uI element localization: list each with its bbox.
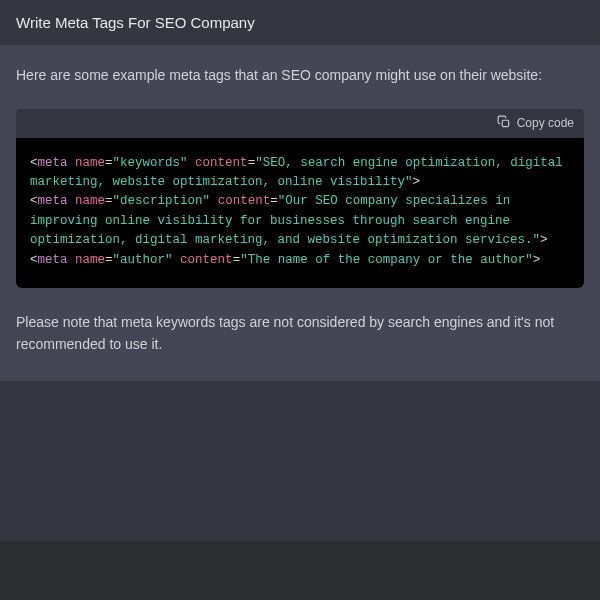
copy-code-label: Copy code [517, 116, 574, 130]
code-token: > [413, 175, 421, 189]
page-title: Write Meta Tags For SEO Company [16, 14, 584, 31]
code-token: "keywords" [113, 156, 188, 170]
code-token: < [30, 253, 38, 267]
code-token: content [218, 194, 271, 208]
code-token: = [105, 253, 113, 267]
code-token: = [105, 156, 113, 170]
code-token: name [75, 194, 105, 208]
message-block: Here are some example meta tags that an … [0, 45, 600, 381]
code-token: = [270, 194, 278, 208]
intro-text: Here are some example meta tags that an … [16, 65, 584, 87]
clipboard-icon [497, 115, 511, 132]
code-token: meta [38, 194, 68, 208]
copy-code-button[interactable]: Copy code [497, 115, 574, 132]
code-token: content [180, 253, 233, 267]
code-token: "The name of the company or the author" [240, 253, 533, 267]
code-token: > [540, 233, 548, 247]
code-token: > [533, 253, 541, 267]
code-token: name [75, 253, 105, 267]
code-token: "author" [113, 253, 173, 267]
code-token: name [75, 156, 105, 170]
code-body: <meta name="keywords" content="SEO, sear… [16, 138, 584, 288]
code-token: content [195, 156, 248, 170]
code-token: = [105, 194, 113, 208]
code-token: = [248, 156, 256, 170]
footer-area [0, 381, 600, 541]
code-token: "description" [113, 194, 211, 208]
code-block: Copy code <meta name="keywords" content=… [16, 109, 584, 288]
code-token: < [30, 194, 38, 208]
code-token: meta [38, 253, 68, 267]
header-bar: Write Meta Tags For SEO Company [0, 0, 600, 45]
code-token: = [233, 253, 241, 267]
svg-rect-0 [502, 120, 508, 126]
note-text: Please note that meta keywords tags are … [16, 312, 584, 355]
code-toolbar: Copy code [16, 109, 584, 138]
code-token: meta [38, 156, 68, 170]
code-token: < [30, 156, 38, 170]
